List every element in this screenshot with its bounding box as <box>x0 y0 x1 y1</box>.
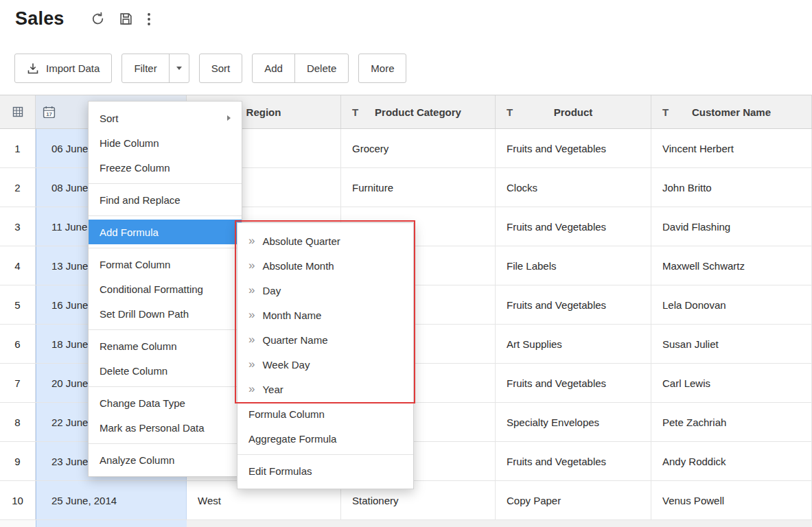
submenu-item-quarter-name[interactable]: » Quarter Name <box>237 327 413 352</box>
add-button[interactable]: Add <box>253 54 294 82</box>
product-column-header[interactable]: T Product <box>496 95 651 128</box>
cell-product[interactable]: Fruits and Vegetables <box>496 207 651 246</box>
cell-customer[interactable]: David Flashing <box>651 207 812 246</box>
cell-customer[interactable]: Vincent Herbert <box>651 129 812 167</box>
filter-button[interactable]: Filter <box>122 54 168 82</box>
cell-product[interactable]: Clocks <box>496 168 651 207</box>
submenu-item-day[interactable]: » Day <box>237 278 413 303</box>
double-chevron-icon: » <box>248 333 255 345</box>
menu-divider <box>89 443 242 444</box>
submenu-item-month-name[interactable]: » Month Name <box>237 303 413 327</box>
more-options-kebab-button[interactable] <box>147 12 151 26</box>
cell-product[interactable]: Copy Paper <box>496 481 651 519</box>
row-number[interactable]: 1 <box>0 129 36 167</box>
cell-customer[interactable]: Maxwell Schwartz <box>651 246 812 285</box>
cell-customer[interactable]: Venus Powell <box>651 481 812 519</box>
select-all-header[interactable] <box>0 95 36 128</box>
cell-customer[interactable]: John Britto <box>651 168 812 207</box>
submenu-item-edit-formulas[interactable]: Edit Formulas <box>237 458 413 483</box>
row-number[interactable]: 3 <box>0 207 36 246</box>
cell-customer[interactable]: Carl Lewis <box>651 364 812 402</box>
customer-header-label: Customer Name <box>692 106 771 118</box>
import-download-icon <box>27 62 39 75</box>
sort-button[interactable]: Sort <box>199 54 243 83</box>
cell-product[interactable]: Fruits and Vegetables <box>496 442 651 480</box>
row-number[interactable]: 10 <box>0 481 36 519</box>
row-number[interactable]: 4 <box>0 246 36 285</box>
menu-item-freeze-column[interactable]: Freeze Column <box>89 155 242 180</box>
menu-item-analyze-column[interactable]: Analyze Column <box>89 447 242 472</box>
row-number[interactable]: 6 <box>0 325 36 363</box>
menu-item-mark-as-personal-data[interactable]: Mark as Personal Data <box>89 415 242 440</box>
more-label: More <box>371 62 394 74</box>
filter-dropdown-toggle[interactable] <box>169 54 189 82</box>
menu-item-change-data-type[interactable]: Change Data Type <box>89 390 242 415</box>
add-label: Add <box>264 62 283 74</box>
menu-item-add-formula[interactable]: Add Formula <box>89 220 242 244</box>
delete-button[interactable]: Delete <box>294 54 348 82</box>
row-number[interactable]: 2 <box>0 168 36 207</box>
submenu-item-absolute-quarter[interactable]: » Absolute Quarter <box>237 229 413 253</box>
cell-customer[interactable]: Lela Donovan <box>651 285 812 324</box>
submenu-item-aggregate-formula[interactable]: Aggregate Formula <box>237 426 413 451</box>
row-number[interactable]: 8 <box>0 403 36 441</box>
submenu-item-absolute-month[interactable]: » Absolute Month <box>237 253 413 278</box>
menu-item-conditional-formatting[interactable]: Conditional Formatting <box>89 277 242 301</box>
save-button[interactable] <box>119 12 133 26</box>
menu-item-hide-column[interactable]: Hide Column <box>89 130 242 155</box>
cell-product[interactable]: Fruits and Vegetables <box>496 129 651 167</box>
cell-customer[interactable]: Andy Roddick <box>651 442 812 480</box>
add-delete-button-group: Add Delete <box>252 54 349 83</box>
product-category-column-header[interactable]: T Product Category <box>341 95 496 128</box>
sort-label: Sort <box>211 62 231 74</box>
chevron-down-icon <box>176 67 182 70</box>
menu-item-set-drill-down-path[interactable]: Set Drill Down Path <box>89 301 242 326</box>
calendar-day-number: 17 <box>46 111 52 117</box>
menu-divider <box>237 454 413 455</box>
double-chevron-icon: » <box>248 309 255 320</box>
double-chevron-icon: » <box>248 235 255 246</box>
cell-customer[interactable]: Susan Juliet <box>651 325 812 363</box>
category-header-label: Product Category <box>375 106 461 118</box>
menu-divider <box>89 329 242 330</box>
delete-label: Delete <box>307 62 336 74</box>
submenu-item-week-day[interactable]: » Week Day <box>237 352 413 377</box>
menu-divider <box>89 386 242 387</box>
submenu-item-formula-column[interactable]: Formula Column <box>237 401 413 426</box>
customer-name-column-header[interactable]: T Customer Name <box>651 95 812 128</box>
double-chevron-icon: » <box>248 383 255 395</box>
cell-date[interactable]: 25 June, 2014 <box>36 481 187 519</box>
cell-product[interactable]: Art Supplies <box>496 325 651 363</box>
cell-category[interactable]: Furniture <box>341 168 496 207</box>
toolbar: Import Data Filter Sort Add Delete More <box>14 54 406 83</box>
submenu-item-year[interactable]: » Year <box>237 377 413 401</box>
cell-customer[interactable]: Pete Zachriah <box>651 403 812 441</box>
more-button[interactable]: More <box>358 54 406 83</box>
product-header-label: Product <box>554 106 593 118</box>
row-number[interactable]: 7 <box>0 364 36 402</box>
menu-item-delete-column[interactable]: Delete Column <box>89 358 242 383</box>
menu-item-sort[interactable]: Sort <box>89 106 242 130</box>
row-number[interactable]: 9 <box>0 442 36 480</box>
double-chevron-icon: » <box>248 259 255 271</box>
refresh-button[interactable] <box>91 12 105 26</box>
row-number[interactable]: 5 <box>0 285 36 324</box>
cell-product[interactable]: Fruits and Vegetables <box>496 364 651 402</box>
import-data-label: Import Data <box>46 62 100 74</box>
menu-item-find-and-replace[interactable]: Find and Replace <box>89 187 242 212</box>
double-chevron-icon: » <box>248 358 255 370</box>
menu-divider <box>89 248 242 248</box>
cell-product[interactable]: File Labels <box>496 246 651 285</box>
menu-item-format-column[interactable]: Format Column <box>89 252 242 277</box>
cell-product[interactable]: Specialty Envelopes <box>496 403 651 441</box>
menu-item-rename-column[interactable]: Rename Column <box>89 333 242 358</box>
text-type-icon: T <box>352 106 358 118</box>
title-bar: Sales <box>15 8 165 30</box>
cell-product[interactable]: Fruits and Vegetables <box>496 285 651 324</box>
double-chevron-icon: » <box>248 284 255 296</box>
cell-category[interactable]: Grocery <box>341 129 496 167</box>
partial-next-row <box>0 520 812 527</box>
menu-divider <box>89 183 242 184</box>
text-type-icon: T <box>507 106 513 118</box>
import-data-button[interactable]: Import Data <box>14 54 112 83</box>
